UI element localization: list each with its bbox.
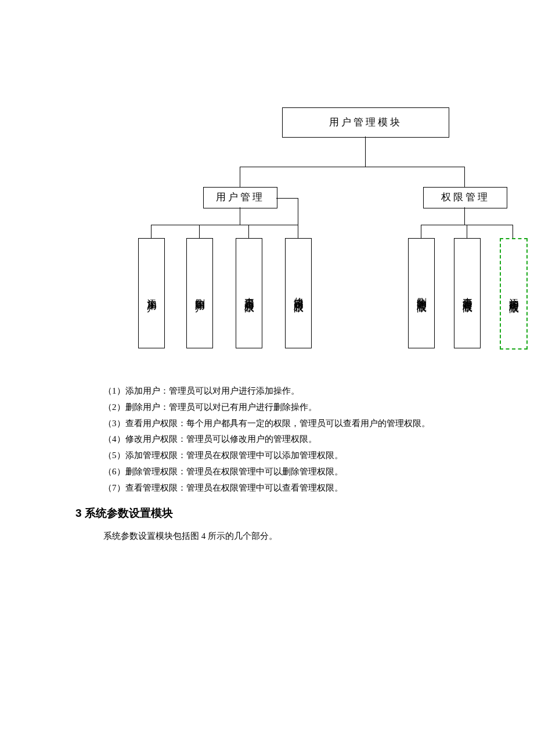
desc-item: （1）添加用户：管理员可以对用户进行添加操作。 [103, 383, 488, 399]
desc-item: （2）删除用户：管理员可以对已有用户进行删除操作。 [103, 399, 488, 416]
connector [464, 207, 465, 225]
node-view-admin-permission: 查看管理权限 [454, 238, 481, 348]
connector [276, 198, 298, 199]
desc-item: （3）查看用户权限：每个用户都具有一定的权限，管理员可以查看用户的管理权限。 [103, 416, 488, 432]
leaf-label: 删除用户 [193, 291, 207, 296]
connector [151, 225, 151, 239]
desc-item: （4）修改用户权限：管理员可以修改用户的管理权限。 [103, 431, 488, 448]
leaf-label: 添加用户 [145, 291, 158, 296]
description-list: （1）添加用户：管理员可以对用户进行添加操作。 （2）删除用户：管理员可以对已有… [103, 383, 488, 496]
connector [421, 225, 421, 239]
leaf-label: 添加管理权限 [507, 290, 521, 297]
connector [513, 225, 513, 239]
node-add-user: 添加用户 [138, 238, 165, 348]
org-chart-diagram: 用户管理模块 用户管理 权限管理 添加用户 删除用户 查看用户权限 修改用户权限… [0, 0, 534, 354]
node-user-management: 用户管理 [203, 187, 277, 208]
node-modify-user-permission: 修改用户权限 [285, 238, 312, 348]
connector [365, 136, 366, 167]
leaf-label: 删除管理权限 [415, 290, 428, 297]
connector [151, 225, 298, 225]
node-delete-user: 删除用户 [186, 238, 213, 348]
section-heading: 3 系统参数设置模块 [75, 504, 534, 523]
section-body: 系统参数设置模块包括图 4 所示的几个部分。 [103, 529, 534, 544]
connector [240, 167, 465, 167]
node-add-admin-permission: 添加管理权限 [500, 238, 528, 350]
node-permission-management: 权限管理 [423, 187, 507, 208]
node-root: 用户管理模块 [282, 107, 449, 138]
desc-item: （5）添加管理权限：管理员在权限管理中可以添加管理权限。 [103, 448, 488, 464]
node-view-user-permission: 查看用户权限 [236, 238, 262, 348]
connector [240, 207, 240, 225]
leaf-label: 查看管理权限 [461, 290, 474, 297]
connector [240, 167, 240, 188]
connector [199, 225, 200, 239]
node-delete-admin-permission: 删除管理权限 [408, 238, 435, 348]
connector [467, 225, 467, 239]
leaf-label: 修改用户权限 [292, 290, 305, 297]
connector [464, 167, 465, 188]
desc-item: （7）查看管理权限：管理员在权限管理中可以查看管理权限。 [103, 480, 488, 496]
connector [298, 225, 298, 239]
connector [298, 198, 298, 225]
connector [248, 225, 249, 239]
desc-item: （6）删除管理权限：管理员在权限管理中可以删除管理权限。 [103, 464, 488, 480]
leaf-label: 查看用户权限 [243, 290, 256, 297]
